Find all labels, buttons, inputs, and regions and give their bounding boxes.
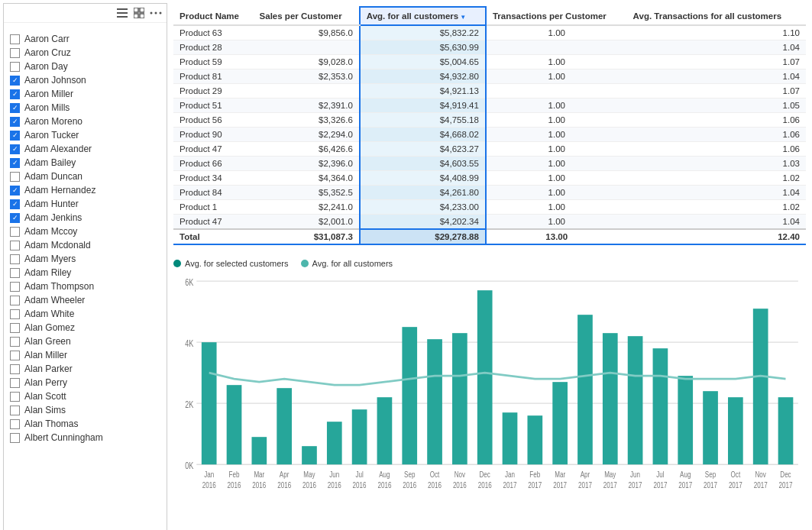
main-content: Product NameSales per CustomerAvg. for a… [170, 0, 812, 530]
customer-list-item[interactable]: Alan Perry [4, 376, 167, 389]
customer-list-item[interactable]: ✓Aaron Johnson [4, 73, 167, 87]
table-header-transactions[interactable]: Transactions per Customer [486, 7, 627, 25]
customer-checkbox[interactable] [10, 392, 20, 402]
customer-checkbox[interactable]: ✓ [10, 131, 20, 141]
customer-checkbox[interactable]: ✓ [10, 158, 20, 168]
legend-label: Avg. for selected customers [185, 259, 289, 268]
customer-list-item[interactable]: Adam Mcdonald [4, 238, 167, 252]
customer-checkbox[interactable] [10, 282, 20, 292]
customer-checkbox[interactable]: ✓ [10, 89, 20, 99]
chart-bar [251, 437, 267, 464]
customer-checkbox[interactable] [10, 323, 20, 333]
customer-checkbox[interactable] [10, 62, 20, 72]
customer-list-item[interactable]: ✓Adam Jenkins [4, 211, 167, 225]
table-header-avg_transactions[interactable]: Avg. Transactions for all customers [627, 7, 806, 25]
customer-checkbox[interactable]: ✓ [10, 144, 20, 154]
table-cell: 1.00 [486, 55, 627, 69]
table-cell: Product 63 [173, 25, 254, 40]
svg-text:2017: 2017 [779, 480, 793, 490]
grid-icon[interactable] [133, 7, 145, 19]
customer-list-item[interactable]: Aaron Cruz [4, 46, 167, 60]
customer-list-item[interactable]: Alan Green [4, 334, 167, 348]
customer-checkbox[interactable] [10, 268, 20, 278]
table-cell: $4,261.80 [360, 186, 486, 200]
customer-name: Adam Riley [24, 267, 71, 278]
customer-list-item[interactable]: ✓Aaron Moreno [4, 115, 167, 128]
customer-checkbox[interactable] [10, 34, 20, 44]
table-row: Product 34$4,364.0$4,408.991.001.02 [173, 171, 806, 186]
customer-checkbox[interactable] [10, 351, 20, 360]
chart-legend: Avg. for selected customersAvg. for all … [173, 259, 806, 268]
customer-name: Alan Thomas [24, 419, 78, 429]
customer-checkbox[interactable] [10, 296, 20, 305]
table-cell: $2,241.0 [254, 200, 360, 215]
customer-list-item[interactable]: Adam Riley [4, 266, 167, 280]
customer-checkbox[interactable] [10, 241, 20, 250]
customer-checkbox[interactable]: ✓ [10, 186, 20, 196]
table-cell: 1.04 [627, 215, 806, 230]
svg-text:Sep: Sep [404, 470, 415, 480]
customer-name: Aaron Day [24, 61, 68, 72]
customer-list-item[interactable]: ✓Adam Alexander [4, 142, 167, 156]
customer-checkbox[interactable] [10, 48, 20, 58]
customer-checkbox[interactable] [10, 419, 20, 429]
table-header-sales[interactable]: Sales per Customer [254, 7, 360, 25]
customer-list-item[interactable]: Alan Thomas [4, 417, 167, 431]
customer-checkbox[interactable] [10, 378, 20, 388]
customer-list-item[interactable]: Albert Cunningham [4, 431, 167, 444]
more-icon[interactable] [150, 7, 162, 19]
customer-list-item[interactable]: ✓Adam Hernandez [4, 183, 167, 197]
table-cell: $4,932.80 [360, 69, 486, 84]
customer-list-item[interactable]: Adam Mccoy [4, 225, 167, 238]
svg-rect-6 [140, 14, 144, 18]
customer-list-item[interactable]: ✓Adam Bailey [4, 156, 167, 170]
table-header-avg_all[interactable]: Avg. for all customers▼ [360, 7, 486, 25]
customer-list-item[interactable]: Adam Thompson [4, 280, 167, 293]
customer-checkbox[interactable]: ✓ [10, 76, 20, 86]
customer-list-item[interactable]: ✓Adam Hunter [4, 197, 167, 211]
customer-list-item[interactable]: Adam Wheeler [4, 293, 167, 307]
chart-legend-item: Avg. for all customers [301, 259, 393, 268]
svg-text:2017: 2017 [528, 480, 542, 490]
customer-list-item[interactable]: Alan Scott [4, 389, 167, 403]
customer-checkbox[interactable]: ✓ [10, 199, 20, 209]
customer-list-item[interactable]: Adam White [4, 307, 167, 321]
table-cell: Product 51 [173, 99, 254, 113]
svg-text:2017: 2017 [678, 480, 692, 490]
customer-list-item[interactable]: ✓Aaron Tucker [4, 128, 167, 142]
table-header-product[interactable]: Product Name [173, 7, 254, 25]
menu-icon[interactable] [116, 7, 128, 19]
customer-list-item[interactable]: Alan Parker [4, 362, 167, 376]
customer-list-item[interactable]: Alan Miller [4, 348, 167, 362]
customer-list-item[interactable]: ✓Aaron Mills [4, 101, 167, 115]
table-cell: 1.03 [627, 157, 806, 171]
customer-list-item[interactable]: ✓Aaron Miller [4, 87, 167, 101]
customer-list-item[interactable]: Alan Sims [4, 403, 167, 417]
customer-checkbox[interactable]: ✓ [10, 117, 20, 127]
customer-checkbox[interactable] [10, 433, 20, 443]
customer-checkbox[interactable] [10, 309, 20, 319]
customer-checkbox[interactable] [10, 364, 20, 374]
table-cell: $5,004.65 [360, 55, 486, 69]
customer-checkbox[interactable] [10, 406, 20, 415]
customer-list-item[interactable]: Alan Gomez [4, 321, 167, 334]
customer-checkbox[interactable] [10, 172, 20, 182]
customer-checkbox[interactable] [10, 337, 20, 347]
chart-bar [402, 327, 417, 464]
table-row: Product 84$5,352.5$4,261.801.001.04 [173, 186, 806, 200]
customer-list-item[interactable]: Aaron Day [4, 60, 167, 73]
customer-name: Adam Bailey [24, 157, 76, 168]
svg-text:2017: 2017 [578, 480, 592, 490]
customer-checkbox[interactable]: ✓ [10, 213, 20, 223]
customer-checkbox[interactable] [10, 254, 20, 264]
table-cell: $4,755.18 [360, 113, 486, 128]
customer-checkbox[interactable]: ✓ [10, 103, 20, 113]
customer-name: Alan Perry [24, 377, 67, 388]
customer-name: Alan Scott [24, 391, 66, 402]
customer-list-item[interactable]: Adam Myers [4, 252, 167, 266]
customer-checkbox[interactable] [10, 227, 20, 237]
customer-list-item[interactable]: Aaron Carr [4, 32, 167, 46]
customer-list-item[interactable]: Adam Duncan [4, 170, 167, 183]
table-cell: $2,294.0 [254, 128, 360, 142]
svg-text:2016: 2016 [302, 480, 316, 490]
